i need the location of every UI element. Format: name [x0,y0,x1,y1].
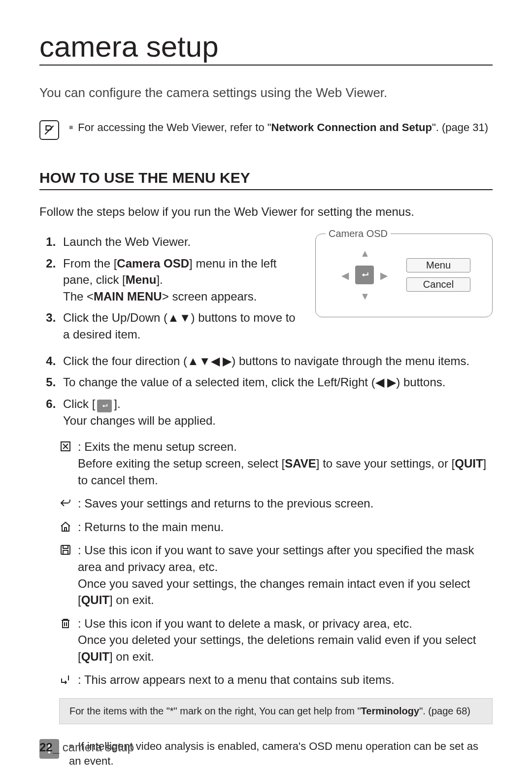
note-icon [39,120,59,140]
osd-dpad[interactable]: ▲ ▼ ◀ ▶ [337,248,392,302]
svg-rect-3 [63,550,68,554]
osd-legend: Camera OSD [326,228,391,239]
help-box: For the items with the "*" mark on the r… [59,698,493,724]
page-footer: 22_ camera setup [39,740,134,754]
arrow-up-icon[interactable]: ▲ [360,248,370,259]
exit-icon [59,440,72,453]
step-3: Click the Up/Down (▲▼) buttons to move t… [59,309,300,342]
enter-icon[interactable] [355,266,374,284]
camera-osd-panel: Camera OSD ▲ ▼ ◀ ▶ Menu Cancel [315,234,493,317]
arrow-down-icon[interactable]: ▼ [360,291,370,302]
section-heading: HOW TO USE THE MENU KEY [39,169,493,190]
step-6: Click []. Your changes will be applied. [59,396,493,429]
section-intro: Follow the steps below if you run the We… [39,205,493,219]
delete-icon [59,617,72,630]
step-5: To change the value of a selected item, … [59,374,493,391]
osd-cancel-button[interactable]: Cancel [406,277,470,292]
enter-icon-inline [97,400,112,412]
svg-rect-2 [63,545,68,548]
step-2: From the [Camera OSD] menu in the left p… [59,255,300,305]
arrow-left-icon[interactable]: ◀ [341,269,349,281]
top-note-text: For accessing the Web Viewer, refer to "… [69,120,488,135]
page-title: camera setup [39,30,493,66]
submenu-arrow-icon [59,673,72,686]
osd-menu-button[interactable]: Menu [406,258,470,272]
steps-list-cont: Click the four direction (▲▼◀ ▶) buttons… [39,353,493,429]
arrow-right-icon[interactable]: ▶ [380,269,388,281]
icon-legend-list: : Exits the menu setup screen. Before ex… [39,438,493,688]
back-icon [59,497,72,509]
intro-text: You can configure the camera settings us… [39,85,493,101]
top-note: For accessing the Web Viewer, refer to "… [39,120,493,140]
step-1: Launch the Web Viewer. [59,234,300,250]
steps-list: Launch the Web Viewer. From the [Camera … [39,234,300,343]
home-icon [59,520,72,533]
save-icon [59,543,72,556]
step-4: Click the four direction (▲▼◀ ▶) buttons… [59,353,493,370]
